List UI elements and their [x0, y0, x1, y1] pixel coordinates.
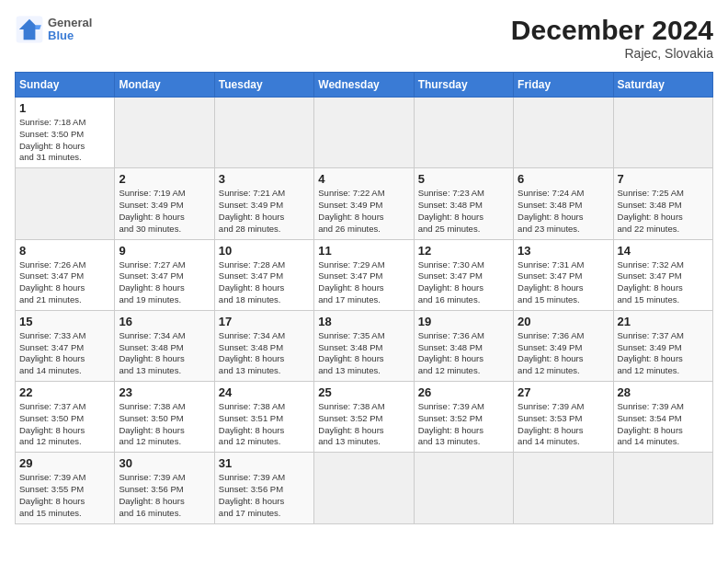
day-number: 1	[19, 101, 110, 115]
calendar-cell: 3Sunrise: 7:21 AM Sunset: 3:49 PM Daylig…	[214, 168, 313, 239]
day-number: 14	[618, 244, 709, 258]
day-info: Sunrise: 7:39 AM Sunset: 3:52 PM Dayligh…	[418, 401, 509, 448]
day-info: Sunrise: 7:39 AM Sunset: 3:55 PM Dayligh…	[19, 472, 110, 519]
day-info: Sunrise: 7:31 AM Sunset: 3:47 PM Dayligh…	[518, 259, 609, 306]
col-header-sunday: Sunday	[16, 73, 115, 98]
day-number: 27	[518, 385, 609, 399]
day-number: 2	[119, 172, 210, 186]
day-number: 13	[518, 244, 609, 258]
day-number: 18	[318, 315, 409, 328]
day-info: Sunrise: 7:32 AM Sunset: 3:47 PM Dayligh…	[618, 259, 709, 306]
calendar-cell: 27Sunrise: 7:39 AM Sunset: 3:53 PM Dayli…	[514, 382, 613, 453]
day-info: Sunrise: 7:36 AM Sunset: 3:48 PM Dayligh…	[418, 330, 509, 377]
col-header-monday: Monday	[115, 73, 214, 98]
calendar-cell: 15Sunrise: 7:33 AM Sunset: 3:47 PM Dayli…	[16, 310, 115, 381]
calendar-week-row: 15Sunrise: 7:33 AM Sunset: 3:47 PM Dayli…	[16, 310, 713, 381]
day-info: Sunrise: 7:39 AM Sunset: 3:54 PM Dayligh…	[618, 401, 709, 448]
logo: General Blue	[15, 15, 92, 44]
calendar-week-row: 8Sunrise: 7:26 AM Sunset: 3:47 PM Daylig…	[16, 239, 713, 310]
day-info: Sunrise: 7:36 AM Sunset: 3:49 PM Dayligh…	[518, 330, 609, 377]
calendar-body: 1Sunrise: 7:18 AM Sunset: 3:50 PM Daylig…	[16, 98, 713, 524]
day-number: 11	[318, 244, 409, 258]
calendar-cell: 24Sunrise: 7:38 AM Sunset: 3:51 PM Dayli…	[214, 382, 313, 453]
calendar-cell: 17Sunrise: 7:34 AM Sunset: 3:48 PM Dayli…	[214, 310, 313, 381]
logo-line2: Blue	[48, 29, 92, 42]
day-info: Sunrise: 7:30 AM Sunset: 3:47 PM Dayligh…	[418, 259, 509, 306]
calendar-week-row: 1Sunrise: 7:18 AM Sunset: 3:50 PM Daylig…	[16, 98, 713, 168]
day-number: 12	[418, 244, 509, 258]
day-number: 21	[618, 315, 709, 328]
calendar-cell: 6Sunrise: 7:24 AM Sunset: 3:48 PM Daylig…	[514, 168, 613, 239]
day-info: Sunrise: 7:24 AM Sunset: 3:48 PM Dayligh…	[518, 188, 609, 235]
day-info: Sunrise: 7:37 AM Sunset: 3:49 PM Dayligh…	[618, 330, 709, 377]
calendar-cell	[514, 98, 613, 168]
calendar-cell: 5Sunrise: 7:23 AM Sunset: 3:48 PM Daylig…	[414, 168, 513, 239]
calendar-cell: 8Sunrise: 7:26 AM Sunset: 3:47 PM Daylig…	[16, 239, 115, 310]
calendar-cell	[314, 453, 414, 523]
logo-text: General Blue	[48, 17, 92, 43]
calendar-cell: 26Sunrise: 7:39 AM Sunset: 3:52 PM Dayli…	[414, 382, 513, 453]
day-info: Sunrise: 7:39 AM Sunset: 3:56 PM Dayligh…	[119, 472, 210, 519]
day-number: 15	[19, 315, 110, 328]
day-info: Sunrise: 7:28 AM Sunset: 3:47 PM Dayligh…	[219, 259, 310, 306]
calendar-cell: 13Sunrise: 7:31 AM Sunset: 3:47 PM Dayli…	[514, 239, 613, 310]
day-info: Sunrise: 7:34 AM Sunset: 3:48 PM Dayligh…	[219, 330, 310, 377]
calendar-cell: 4Sunrise: 7:22 AM Sunset: 3:49 PM Daylig…	[314, 168, 414, 239]
day-number: 31	[219, 456, 310, 470]
day-info: Sunrise: 7:38 AM Sunset: 3:52 PM Dayligh…	[318, 401, 409, 448]
day-number: 6	[518, 172, 609, 186]
calendar-cell: 29Sunrise: 7:39 AM Sunset: 3:55 PM Dayli…	[16, 453, 115, 523]
day-info: Sunrise: 7:29 AM Sunset: 3:47 PM Dayligh…	[318, 259, 409, 306]
calendar-week-row: 2Sunrise: 7:19 AM Sunset: 3:49 PM Daylig…	[16, 168, 713, 239]
calendar-table: SundayMondayTuesdayWednesdayThursdayFrid…	[15, 72, 713, 524]
calendar-cell	[115, 98, 214, 168]
day-info: Sunrise: 7:38 AM Sunset: 3:51 PM Dayligh…	[219, 401, 310, 448]
day-number: 22	[19, 385, 110, 399]
day-number: 16	[119, 315, 210, 328]
logo-icon	[15, 15, 44, 44]
day-info: Sunrise: 7:38 AM Sunset: 3:50 PM Dayligh…	[119, 401, 210, 448]
calendar-week-row: 29Sunrise: 7:39 AM Sunset: 3:55 PM Dayli…	[16, 453, 713, 523]
page-header: General Blue December 2024 Rajec, Slovak…	[15, 15, 713, 61]
day-info: Sunrise: 7:25 AM Sunset: 3:48 PM Dayligh…	[618, 188, 709, 235]
calendar-cell	[16, 168, 115, 239]
col-header-tuesday: Tuesday	[214, 73, 313, 98]
day-number: 9	[119, 244, 210, 258]
calendar-cell: 22Sunrise: 7:37 AM Sunset: 3:50 PM Dayli…	[16, 382, 115, 453]
calendar-cell	[414, 453, 513, 523]
day-number: 4	[318, 172, 409, 186]
calendar-cell: 1Sunrise: 7:18 AM Sunset: 3:50 PM Daylig…	[16, 98, 115, 168]
calendar-cell	[613, 453, 712, 523]
calendar-subtitle: Rajec, Slovakia	[511, 46, 713, 61]
col-header-thursday: Thursday	[414, 73, 513, 98]
calendar-cell: 30Sunrise: 7:39 AM Sunset: 3:56 PM Dayli…	[115, 453, 214, 523]
day-info: Sunrise: 7:27 AM Sunset: 3:47 PM Dayligh…	[119, 259, 210, 306]
calendar-cell: 11Sunrise: 7:29 AM Sunset: 3:47 PM Dayli…	[314, 239, 414, 310]
day-number: 10	[219, 244, 310, 258]
calendar-cell: 14Sunrise: 7:32 AM Sunset: 3:47 PM Dayli…	[613, 239, 712, 310]
day-number: 30	[119, 456, 210, 470]
col-header-friday: Friday	[514, 73, 613, 98]
day-info: Sunrise: 7:23 AM Sunset: 3:48 PM Dayligh…	[418, 188, 509, 235]
calendar-cell: 18Sunrise: 7:35 AM Sunset: 3:48 PM Dayli…	[314, 310, 414, 381]
day-number: 24	[219, 385, 310, 399]
logo-line1: General	[48, 17, 92, 29]
day-number: 25	[318, 385, 409, 399]
col-header-wednesday: Wednesday	[314, 73, 414, 98]
calendar-cell: 31Sunrise: 7:39 AM Sunset: 3:56 PM Dayli…	[214, 453, 313, 523]
day-info: Sunrise: 7:21 AM Sunset: 3:49 PM Dayligh…	[219, 188, 310, 235]
day-info: Sunrise: 7:34 AM Sunset: 3:48 PM Dayligh…	[119, 330, 210, 377]
calendar-cell	[414, 98, 513, 168]
day-number: 20	[518, 315, 609, 328]
calendar-cell: 23Sunrise: 7:38 AM Sunset: 3:50 PM Dayli…	[115, 382, 214, 453]
calendar-title: December 2024	[511, 15, 713, 46]
calendar-cell	[214, 98, 313, 168]
day-number: 29	[19, 456, 110, 470]
calendar-cell: 20Sunrise: 7:36 AM Sunset: 3:49 PM Dayli…	[514, 310, 613, 381]
day-number: 7	[618, 172, 709, 186]
calendar-cell: 28Sunrise: 7:39 AM Sunset: 3:54 PM Dayli…	[613, 382, 712, 453]
calendar-cell: 16Sunrise: 7:34 AM Sunset: 3:48 PM Dayli…	[115, 310, 214, 381]
day-info: Sunrise: 7:39 AM Sunset: 3:53 PM Dayligh…	[518, 401, 609, 448]
calendar-cell	[514, 453, 613, 523]
calendar-cell	[314, 98, 414, 168]
